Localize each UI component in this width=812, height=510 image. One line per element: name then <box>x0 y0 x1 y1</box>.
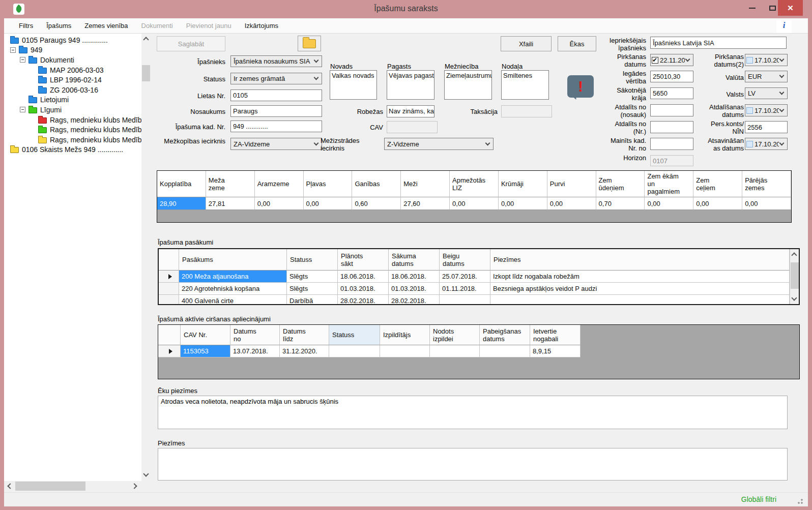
pagasts-box[interactable]: Vējavas pagasts <box>387 70 434 100</box>
tree-item[interactable]: Dokumenti <box>4 55 141 65</box>
table-cell[interactable]: 0,00 <box>450 197 499 210</box>
piezimes-textarea[interactable] <box>158 448 788 481</box>
menu-item-izkārtojums[interactable]: Izkārtojums <box>238 18 285 34</box>
close-button[interactable]: ✕ <box>778 0 803 16</box>
ekas-button[interactable]: Ēkas <box>558 36 596 51</box>
tree-item[interactable]: Lietojumi <box>4 95 141 105</box>
table-cell[interactable]: 200 Meža atjaunošana <box>179 271 287 283</box>
kad-nr-input[interactable] <box>230 121 322 132</box>
table-cell[interactable]: 27,81 <box>206 197 255 210</box>
valuta-select[interactable]: EUR <box>745 71 788 82</box>
iepr-input[interactable] <box>650 37 787 49</box>
table-cell[interactable]: 13.07.2018. <box>230 345 280 357</box>
atdalits-nr-input[interactable] <box>650 121 693 133</box>
table-row[interactable]: 200 Meža atjaunošanaSlēgts18.06.2018.18.… <box>159 271 790 283</box>
tree-item[interactable]: MAP 2006-03-03 <box>4 65 141 75</box>
novads-box[interactable]: Valkas novads <box>330 70 377 100</box>
resize-grip[interactable] <box>798 499 803 504</box>
scrollbar-thumb[interactable] <box>15 482 85 491</box>
pirksanas-datepicker[interactable]: 22.11.20 <box>650 54 693 66</box>
nodala-box[interactable]: Smiltenes <box>501 70 549 100</box>
eku-piezimes-textarea[interactable]: Atrodas veca nolietota, neapdzīvota māja… <box>158 396 788 429</box>
table-cell[interactable]: 0,00 <box>499 197 547 210</box>
table-cell[interactable]: 28,90 <box>157 197 206 210</box>
table-cell[interactable]: 1153053 <box>181 345 230 357</box>
tree-item[interactable]: Rags, mednieku klubs Medību <box>4 115 141 125</box>
tree-item[interactable]: 0106 Skaists Mežs 949 ............. <box>4 145 141 155</box>
table-vertical-scrollbar[interactable] <box>790 249 799 304</box>
xfaili-button[interactable]: Xfaili <box>501 36 552 51</box>
mezkopibas-select[interactable]: ZA-Vidzeme <box>230 138 322 150</box>
iegades-input[interactable] <box>650 71 693 82</box>
table-cell[interactable]: 220 Agrotehniskā kopšana <box>179 283 287 295</box>
mainits-input[interactable] <box>650 138 693 150</box>
globali-filtri-link[interactable]: Globāli filtri <box>741 495 776 503</box>
scrollbar-thumb[interactable] <box>791 262 799 289</box>
scroll-down-icon[interactable] <box>791 295 797 301</box>
table-cell[interactable] <box>440 295 490 305</box>
table-cell[interactable]: Darbībā <box>287 295 338 305</box>
table-cell[interactable]: 28.02.2018. <box>389 295 440 305</box>
robezas-box[interactable]: Nav zināms, kas <box>387 105 434 117</box>
tree-item[interactable]: 949 <box>4 45 141 55</box>
lietas-nr-input[interactable] <box>230 89 322 101</box>
atdalits-nosauk-input[interactable] <box>650 104 693 116</box>
table-cell[interactable]: 0,60 <box>352 197 401 210</box>
table-cell[interactable]: 0,00 <box>742 197 791 210</box>
atdalisanas-datepicker[interactable]: 17.10.20 <box>745 104 788 116</box>
info-icon[interactable]: i <box>776 20 792 33</box>
table-cell[interactable]: Bezsniega apstākļos veidot P audzi <box>490 283 790 295</box>
table-cell[interactable]: 27,60 <box>401 197 450 210</box>
table-cell[interactable] <box>380 345 430 357</box>
tree-item[interactable]: LBP 1996-02-14 <box>4 75 141 85</box>
scroll-left-icon[interactable] <box>7 483 13 489</box>
tree-item[interactable]: 0105 Paraugs 949 ............. <box>4 35 141 45</box>
table-cell[interactable] <box>480 345 530 357</box>
tree-item[interactable]: Rags, mednieku klubs Medību <box>4 125 141 135</box>
table-cell[interactable] <box>329 345 380 357</box>
minimize-button[interactable] <box>742 0 762 16</box>
statuss-select[interactable]: Ir zemes grāmatā <box>230 73 322 84</box>
mezizstrades-select[interactable]: Z-Vidzeme <box>384 138 494 150</box>
table-cell[interactable]: 01.11.2018. <box>440 283 490 295</box>
tree-horizontal-scrollbar[interactable] <box>4 481 141 491</box>
table-cell[interactable]: 01.03.2018. <box>389 283 440 295</box>
scroll-up-icon[interactable] <box>143 37 149 42</box>
table-row[interactable]: 115305313.07.2018.31.12.2020.8,9,15 <box>158 345 581 357</box>
meznieciba-box[interactable]: Ziemeļaustrumu <box>444 70 492 100</box>
table-cell[interactable]: 400 Galvenā cirte <box>179 295 287 305</box>
menu-item-filtrs[interactable]: Filtrs <box>12 18 40 34</box>
scroll-down-icon[interactable] <box>143 471 149 476</box>
valsts-select[interactable]: LV <box>745 87 788 99</box>
table-cell[interactable] <box>490 295 790 305</box>
scroll-right-icon[interactable] <box>131 483 137 489</box>
table-cell[interactable]: 31.12.2020. <box>280 345 329 357</box>
checkbox-unchecked-icon[interactable] <box>746 141 753 147</box>
open-folder-button[interactable] <box>298 36 321 51</box>
pirksanas2-datepicker[interactable]: 17.10.20 <box>745 54 788 66</box>
checkbox-unchecked-icon[interactable] <box>746 57 753 64</box>
table-cell[interactable]: 01.03.2018. <box>338 283 389 295</box>
checkbox-unchecked-icon[interactable] <box>746 107 753 114</box>
table-cell[interactable]: 0,00 <box>255 197 304 210</box>
table-cell[interactable]: 18.06.2018. <box>389 271 440 283</box>
table-cell[interactable]: 28.02.2018. <box>338 295 389 305</box>
table-cell[interactable]: 0,70 <box>596 197 645 210</box>
table-cell[interactable]: 25.07.2018. <box>440 271 490 283</box>
table-row[interactable]: 220 Agrotehniskā kopšanaSlēgts01.03.2018… <box>159 283 790 295</box>
nosaukums-input[interactable] <box>230 105 322 117</box>
table-cell[interactable] <box>430 345 480 357</box>
checkbox-checked-icon[interactable] <box>652 57 658 64</box>
scroll-up-icon[interactable] <box>791 252 797 258</box>
table-row[interactable]: 400 Galvenā cirteDarbībā28.02.2018.28.02… <box>159 295 790 305</box>
sakotneja-input[interactable] <box>650 87 693 99</box>
collapse-icon[interactable] <box>10 47 16 53</box>
row-selector[interactable] <box>159 271 179 283</box>
table-cell[interactable]: 0,00 <box>304 197 353 210</box>
collapse-icon[interactable] <box>20 107 25 112</box>
save-button[interactable]: Saglabāt <box>157 36 225 51</box>
tree-item[interactable]: Līgumi <box>4 105 141 115</box>
row-selector[interactable] <box>159 295 179 305</box>
table-cell[interactable]: Izkopt līdz nogabala robežām <box>490 271 790 283</box>
tree-item[interactable]: Rags, mednieku klubs Medību <box>4 135 141 145</box>
